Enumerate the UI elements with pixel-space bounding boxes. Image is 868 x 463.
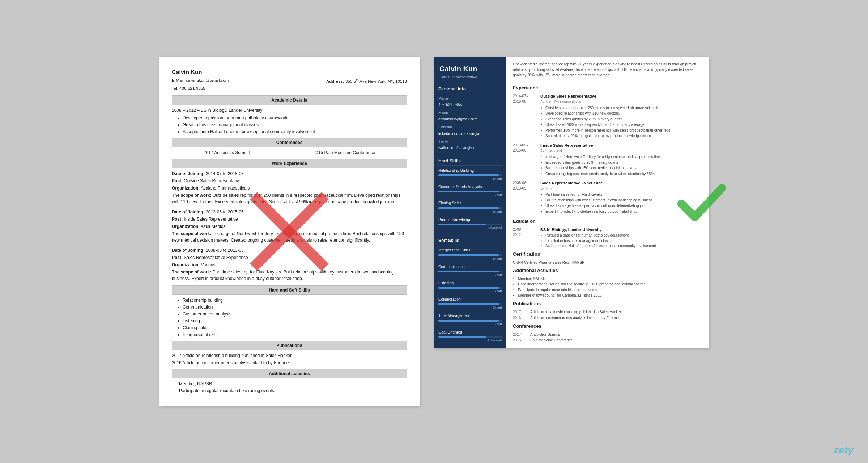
exp-entry: 2008-06 -2013-05 Sales Representative Ex… — [513, 180, 702, 214]
list-item: Used interpersonal selling skills to sec… — [518, 282, 702, 287]
additional-list: Member, NAPSR Used interpersonal selling… — [513, 276, 702, 298]
work-entry: Date of Joining: 2008-06 to 2013-05 Post… — [172, 247, 407, 282]
list-item: Accepted into Hall of Leaders for except… — [545, 243, 702, 249]
conferences-title: Conferences — [513, 323, 702, 330]
conf-item: 2017 Antibiotics Summit — [204, 149, 250, 156]
additional-title: Additional Activities — [513, 267, 702, 274]
skill-item: Time Management Expert — [438, 313, 502, 326]
tel-value: 406-521-9655 — [179, 86, 205, 90]
list-item: Member of town council for Camona, MT si… — [518, 293, 702, 298]
list-item: Scored at least 99% in regular company p… — [545, 133, 702, 139]
academic-degree: 2008 – 2012 – BS in Biology, Lander Univ… — [172, 107, 407, 114]
list-item: Member, NAPSR — [518, 276, 702, 282]
hard-skills-section: Hard Skills Relationship Building Expert… — [434, 155, 506, 235]
list-item: Great in business management classes — [183, 122, 407, 128]
work-entry: Date of Joining: 2014-07 to 2018-08 Post… — [172, 170, 407, 205]
conf-row: 2017 Antibiotics Summit 2015 Pain Medici… — [172, 149, 407, 156]
conf-item: 2015 Pain Medicine Conference — [313, 149, 375, 156]
hard-skills-title: Hard Skills — [438, 158, 502, 166]
address-value: 350 5th Ave New York, NY, 10118 — [345, 79, 407, 84]
list-item: Closed sales 10% more frequently than th… — [545, 122, 702, 128]
additional-list: Member, NAPSR Participate in regular mou… — [172, 381, 407, 394]
list-item: Developed relationships with 110 new doc… — [545, 111, 702, 116]
publications-header: Publications — [172, 341, 407, 350]
list-item: Built relationships with 150 new medical… — [545, 166, 702, 171]
list-item: Participate in regular mountain bike rac… — [518, 288, 702, 293]
conferences-header: Conferences — [172, 138, 407, 147]
exp-entry: 2014-07 -2018-08 Outside Sales Represent… — [513, 94, 702, 139]
work-entry: Date of Joining: 2013-05 to 2015-06 Post… — [172, 209, 407, 243]
skill-item: Closing Sales Expert — [438, 200, 502, 214]
list-item: Excelled in business management classes — [545, 238, 702, 244]
left-resume: Calvin Kun E-Mail: calvinqkun@gmail.com … — [159, 57, 420, 405]
linkedin-field: LinkedIn linkedin.com/in/calvingkun — [438, 125, 502, 136]
right-resume: Calvin Kun Sales Representative Personal… — [434, 57, 709, 348]
list-item: Accepted into Hall of Leaders for except… — [183, 128, 407, 135]
skills-header: Hard and Soft Skills — [172, 285, 407, 295]
right-name: Calvin Kun — [439, 64, 501, 73]
list-item: Closed average 5 sales per day in outbou… — [545, 203, 702, 209]
skill-item: Goal-Oriented Advanced — [438, 330, 502, 343]
list-item: Created ongoing customer needs analysis … — [545, 171, 702, 177]
list-item: Customer needs analysis — [183, 311, 407, 317]
conf-right-row: 2015 Pain Medicine Conference — [513, 338, 702, 343]
list-item: Communication — [183, 304, 407, 310]
list-item: Exceeded sales goals by 25% in every qua… — [545, 160, 702, 166]
list-item: Pursued a passion for human pathology co… — [545, 233, 702, 238]
summary: Goal-oriented customer service rep with … — [513, 61, 702, 81]
tel-label: Tel: — [172, 86, 178, 90]
list-item: Built relationships with key customers i… — [545, 198, 702, 203]
skill-item: Communication Expert — [438, 264, 502, 277]
work-header: Work Experience — [172, 159, 407, 168]
list-item: Closing sales — [183, 324, 407, 331]
skill-item: Collaboration Expert — [438, 297, 502, 310]
skill-item: Customer Needs Analysis Expert — [438, 184, 502, 197]
email-label: E-Mail: — [172, 78, 185, 82]
list-item: Interpersonal skills — [183, 331, 407, 338]
left-name: Calvin Kun — [172, 68, 407, 77]
pub-item: 2017 Article on relationship building pu… — [172, 352, 407, 359]
skill-item: Listening Expert — [438, 280, 502, 294]
education-title: Education — [513, 218, 702, 225]
additional-header: Additional activities — [172, 369, 407, 378]
pub-row: 2017 Article on relationship building pu… — [513, 310, 702, 315]
phone-field: Phone 406-521-9655 — [438, 96, 502, 108]
sidebar-name-section: Calvin Kun Sales Representative — [434, 57, 506, 83]
skills-list: Relationship building Communication Cust… — [172, 297, 407, 338]
list-item: Developed a passion for human pathology … — [183, 115, 407, 121]
list-item: In charge of Northwest Territory for a h… — [545, 154, 702, 160]
skill-item: Product Knowledge Advanced — [438, 217, 502, 230]
email-field: E-mail calvinqkun@gmail.com — [438, 110, 502, 122]
personal-info-section: Personal Info Phone 406-521-9655 E-mail … — [434, 83, 506, 155]
conf-right-row: 2017 Antibiotics Summit — [513, 332, 702, 337]
certification-title: Certification — [513, 251, 702, 258]
address-label: Address: — [326, 79, 344, 84]
list-item: Exceeded sales quotas by 20% in every qu… — [545, 117, 702, 122]
personal-info-title: Personal Info — [438, 86, 502, 94]
soft-skills-title: Soft Skills — [438, 238, 502, 245]
list-item: Expert in product knowledge in a busy ou… — [545, 209, 702, 214]
email-value: calvinqkun@gmail.com — [186, 78, 229, 82]
pub-row: 2016 Article on customer needs analysis … — [513, 315, 702, 321]
list-item: Listening — [183, 318, 407, 324]
academic-bullets: Developed a passion for human pathology … — [172, 115, 407, 135]
soft-skills-section: Soft Skills Interpersonal Skills Expert … — [434, 235, 506, 347]
zety-logo: zety — [834, 444, 854, 456]
list-item: Member, NAPSR — [179, 381, 407, 387]
sidebar: Calvin Kun Sales Representative Personal… — [434, 57, 506, 348]
skill-item: Interpersonal Skills Expert — [438, 247, 502, 261]
edu-entry: 2008 -2012 BS in Biology, Lander Univers… — [513, 227, 702, 249]
publications-title: Publications — [513, 301, 702, 307]
list-item: Relationship building — [183, 297, 407, 303]
twitter-field: Twitter twitter.com/calvingkun — [438, 139, 502, 151]
experience-title: Experience — [513, 85, 702, 92]
pub-item: 2016 Article on customer needs analysis … — [172, 360, 407, 366]
skill-item: Relationship Building Expert — [438, 168, 502, 181]
right-title: Sales Representative — [439, 75, 501, 80]
main-content: Goal-oriented customer service rep with … — [506, 57, 709, 348]
list-item: Part time sales rep for Fluid Kayaks. — [545, 192, 702, 197]
list-item: Outside sales rep for over 250 clients i… — [545, 106, 702, 111]
list-item: Participate in regular mountain bike rac… — [179, 387, 407, 394]
cert-text: CNPR Certified Pharma Sales Rep - NAPSR — [513, 260, 702, 266]
academic-header: Academic Details — [172, 95, 407, 105]
